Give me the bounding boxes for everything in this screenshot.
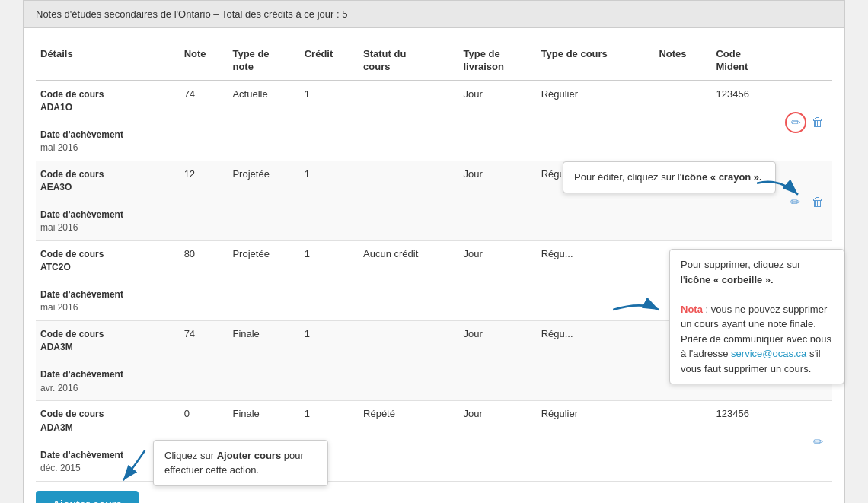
cell-livraison: Jour [459, 241, 537, 321]
header-title: Notes d'études secondaires de l'Ontario … [36, 8, 347, 20]
col-type-note: Type denote [228, 42, 299, 81]
cell-note: 74 [180, 81, 228, 161]
cell-note: 12 [180, 161, 228, 240]
table-header-row: Détails Note Type denote Crédit Statut d… [36, 42, 832, 81]
col-livraison: Type delivraison [459, 42, 537, 81]
tooltip-delete-text: Pour supprimer, cliquez sur l'icône « co… [681, 257, 833, 287]
page-header: Notes d'études secondaires de l'Ontario … [24, 1, 844, 28]
cell-details: Code de coursADA3MDate d'achèvementavr. … [36, 321, 180, 401]
col-credit: Crédit [300, 42, 359, 81]
cell-type-cours: Régulier [537, 81, 655, 161]
cell-credit: 1 [300, 321, 359, 401]
tooltip-edit: Pour éditer, cliquez sur l'icône « crayo… [563, 161, 776, 193]
arrow-delete-icon [612, 298, 665, 321]
add-course-label: Ajouter cours [53, 498, 122, 503]
cell-statut: Aucun crédit [359, 241, 458, 321]
table-wrapper: Détails Note Type denote Crédit Statut d… [24, 28, 844, 503]
cell-livraison: Jour [459, 321, 537, 401]
cell-statut [359, 161, 458, 240]
table-row: Code de coursADA1ODate d'achèvementmai 2… [36, 81, 832, 161]
trash-icon: 🗑 [812, 196, 824, 209]
edit-button[interactable]: ✏ [808, 432, 828, 452]
col-details: Détails [36, 42, 180, 81]
col-actions [777, 42, 832, 81]
cell-statut [359, 81, 458, 161]
edit-button[interactable]: ✏ [785, 112, 805, 132]
cell-livraison: Jour [459, 81, 537, 161]
cell-actions: ✏ [777, 401, 832, 481]
tooltip-add-text: Cliquez sur Ajouter cours pour effectuer… [164, 450, 304, 476]
col-notes: Notes [654, 42, 711, 81]
cell-livraison: Jour [459, 401, 537, 481]
add-course-button[interactable]: Ajouter cours [36, 491, 139, 503]
tooltip-nota: Nota : vous ne pouvez supprimer un cours… [681, 302, 833, 377]
cell-type-note: Projetée [228, 161, 299, 240]
nota-email[interactable]: service@ocas.ca [731, 348, 806, 359]
cell-statut [359, 321, 458, 401]
trash-icon: 🗑 [812, 116, 824, 129]
cell-notes [654, 81, 711, 161]
cell-notes [654, 401, 711, 481]
cell-type-cours: Régu... [537, 321, 655, 401]
col-code-mident: CodeMident [711, 42, 777, 81]
tooltip-add: Cliquez sur Ajouter cours pour effectuer… [153, 440, 328, 486]
pencil-icon: ✏ [813, 435, 823, 448]
cell-statut: Répété [359, 401, 458, 481]
cell-actions: ✏🗑 [777, 81, 832, 161]
cell-code-mident: 123456 [711, 401, 777, 481]
col-statut: Statut ducours [359, 42, 458, 81]
delete-button[interactable]: 🗑 [808, 113, 828, 132]
cell-livraison: Jour [459, 161, 537, 240]
col-note: Note [180, 42, 228, 81]
cell-details: Code de coursATC2ODate d'achèvementmai 2… [36, 241, 180, 321]
cell-type-note: Finale [228, 321, 299, 401]
cell-credit: 1 [300, 161, 359, 240]
cell-details: Code de coursADA1ODate d'achèvementmai 2… [36, 81, 180, 161]
tooltip-delete: Pour supprimer, cliquez sur l'icône « co… [669, 249, 844, 384]
cell-type-cours: Régulier [537, 401, 655, 481]
arrow-edit-icon [757, 177, 803, 207]
delete-button[interactable]: 🗑 [808, 193, 828, 212]
cell-details: Code de coursAEA3ODate d'achèvementmai 2… [36, 161, 180, 240]
cell-note: 80 [180, 241, 228, 321]
col-type-cours: Type de cours [537, 42, 655, 81]
cell-type-note: Projetée [228, 241, 299, 321]
nota-label: Nota [681, 304, 703, 315]
cell-credit: 1 [300, 81, 359, 161]
tooltip-edit-text: Pour éditer, cliquez sur l'icône « crayo… [574, 171, 762, 183]
cell-credit: 1 [300, 241, 359, 321]
cell-type-note: Actuelle [228, 81, 299, 161]
pencil-icon[interactable]: ✏ [785, 112, 806, 133]
cell-code-mident: 123456 [711, 81, 777, 161]
cell-note: 74 [180, 321, 228, 401]
arrow-add-icon [115, 450, 153, 489]
